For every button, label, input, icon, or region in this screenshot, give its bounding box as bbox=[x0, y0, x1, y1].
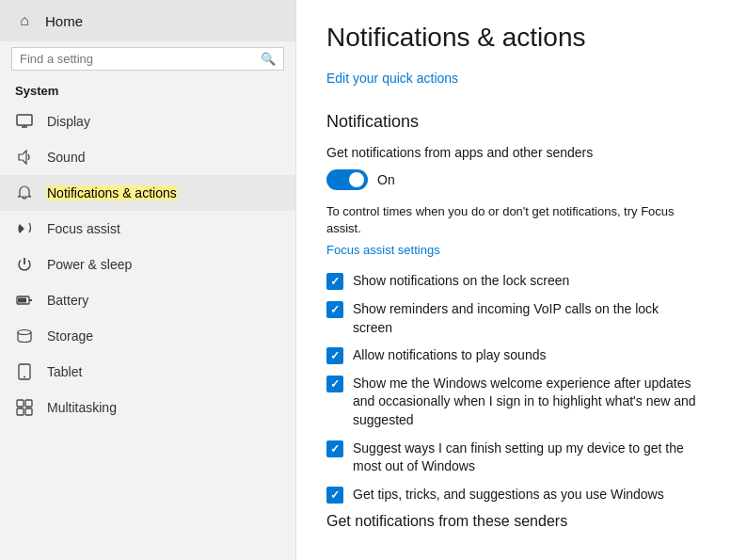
search-input[interactable] bbox=[20, 52, 261, 66]
sidebar-item-tablet[interactable]: Tablet bbox=[0, 354, 295, 390]
sidebar-item-battery[interactable]: Battery bbox=[0, 282, 295, 318]
home-icon: ⌂ bbox=[15, 11, 34, 30]
svg-point-7 bbox=[18, 330, 31, 335]
svg-rect-10 bbox=[17, 400, 24, 407]
checkbox-row-lock-screen: ✓ Show notifications on the lock screen bbox=[326, 272, 701, 291]
svg-marker-3 bbox=[19, 151, 26, 164]
sound-label: Sound bbox=[47, 150, 85, 165]
focus-assist-link[interactable]: Focus assist settings bbox=[326, 243, 440, 257]
toggle-on-label: On bbox=[377, 172, 395, 187]
battery-icon bbox=[15, 291, 34, 310]
checkbox-sounds[interactable]: ✓ bbox=[326, 347, 343, 364]
sound-icon bbox=[15, 148, 34, 167]
checkbox-row-sounds: ✓ Allow notifications to play sounds bbox=[326, 346, 701, 365]
svg-rect-11 bbox=[25, 400, 32, 407]
checkbox-row-tips: ✓ Get tips, tricks, and suggestions as y… bbox=[326, 486, 701, 504]
checkbox-lock-screen[interactable]: ✓ bbox=[326, 273, 343, 290]
notifications-toggle[interactable] bbox=[326, 169, 368, 190]
checkbox-label-voip: Show reminders and incoming VoIP calls o… bbox=[353, 300, 701, 337]
storage-label: Storage bbox=[47, 328, 93, 344]
svg-rect-5 bbox=[29, 299, 32, 301]
checkbox-row-voip: ✓ Show reminders and incoming VoIP calls… bbox=[326, 300, 701, 337]
checkbox-suggest[interactable]: ✓ bbox=[326, 440, 343, 457]
focus-note: To control times when you do or don't ge… bbox=[326, 203, 701, 237]
notifications-icon bbox=[15, 184, 34, 202]
battery-label: Battery bbox=[47, 293, 88, 308]
checkbox-welcome[interactable]: ✓ bbox=[326, 376, 343, 392]
display-icon bbox=[15, 112, 34, 131]
search-box[interactable]: 🔍 bbox=[11, 47, 284, 71]
storage-icon bbox=[15, 327, 34, 345]
multitasking-label: Multitasking bbox=[47, 400, 117, 415]
focus-label: Focus assist bbox=[47, 221, 120, 236]
checkbox-tips[interactable]: ✓ bbox=[326, 487, 343, 504]
checkbox-label-tips: Get tips, tricks, and suggestions as you… bbox=[353, 486, 701, 504]
focus-icon bbox=[15, 219, 34, 238]
sidebar-item-display[interactable]: Display bbox=[0, 104, 295, 139]
notifications-desc: Get notifications from apps and other se… bbox=[326, 145, 701, 160]
page-title: Notifications & actions bbox=[326, 23, 701, 53]
checkbox-label-sounds: Allow notifications to play sounds bbox=[353, 346, 701, 365]
system-section-label: System bbox=[0, 80, 295, 104]
checkbox-voip[interactable]: ✓ bbox=[326, 301, 343, 318]
checkbox-row-welcome: ✓ Show me the Windows welcome experience… bbox=[326, 375, 701, 430]
notifications-label: Notifications & actions bbox=[47, 185, 177, 200]
search-icon: 🔍 bbox=[261, 52, 276, 66]
svg-rect-13 bbox=[25, 408, 32, 415]
display-label: Display bbox=[47, 114, 90, 129]
sidebar-item-focus[interactable]: Focus assist bbox=[0, 211, 295, 247]
checkbox-label-suggest: Suggest ways I can finish setting up my … bbox=[353, 440, 701, 476]
checkmark: ✓ bbox=[330, 303, 340, 316]
power-icon bbox=[15, 255, 34, 274]
svg-rect-12 bbox=[17, 408, 24, 415]
sidebar: ⌂ Home 🔍 System Display Sound bbox=[0, 0, 296, 560]
notifications-section-title: Notifications bbox=[326, 112, 701, 132]
svg-rect-6 bbox=[18, 298, 26, 303]
toggle-thumb bbox=[349, 172, 364, 187]
sidebar-item-storage[interactable]: Storage bbox=[0, 318, 295, 354]
checkmark: ✓ bbox=[330, 442, 340, 456]
checkbox-label-lock-screen: Show notifications on the lock screen bbox=[353, 272, 701, 291]
tablet-icon bbox=[15, 362, 34, 381]
sidebar-item-notifications[interactable]: Notifications & actions bbox=[0, 175, 295, 211]
checkbox-row-suggest: ✓ Suggest ways I can finish setting up m… bbox=[326, 440, 701, 476]
sidebar-item-sound[interactable]: Sound bbox=[0, 139, 295, 175]
home-label: Home bbox=[45, 13, 83, 29]
checkmark: ✓ bbox=[330, 275, 340, 288]
power-label: Power & sleep bbox=[47, 257, 132, 272]
sidebar-item-power[interactable]: Power & sleep bbox=[0, 247, 295, 282]
multitasking-icon bbox=[15, 398, 34, 417]
sidebar-item-multitasking[interactable]: Multitasking bbox=[0, 390, 295, 425]
checkmark: ✓ bbox=[330, 377, 340, 391]
get-notifications-title: Get notifications from these senders bbox=[326, 513, 701, 530]
main-content: Notifications & actions Edit your quick … bbox=[296, 0, 731, 560]
svg-point-9 bbox=[24, 376, 25, 378]
checkmark: ✓ bbox=[330, 349, 340, 362]
notifications-toggle-row: On bbox=[326, 169, 701, 190]
checkbox-label-welcome: Show me the Windows welcome experience a… bbox=[353, 375, 701, 430]
home-nav-item[interactable]: ⌂ Home bbox=[0, 0, 295, 41]
tablet-label: Tablet bbox=[47, 364, 82, 379]
svg-rect-0 bbox=[17, 115, 32, 125]
quick-actions-link[interactable]: Edit your quick actions bbox=[326, 71, 458, 86]
checkmark: ✓ bbox=[330, 488, 340, 502]
